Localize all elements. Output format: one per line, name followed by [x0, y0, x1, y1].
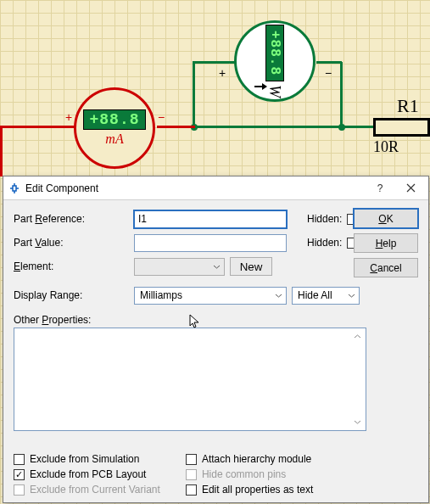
ammeter[interactable]: +88.8 mA — [74, 87, 155, 169]
attach-hierarchy-option[interactable]: Attach hierarchy module — [186, 453, 313, 465]
dialog-title: Edit Component — [25, 182, 362, 194]
edit-component-dialog: Edit Component ? OK Help Cancel Part Ref… — [3, 176, 429, 503]
wattmeter-plus: + — [219, 66, 226, 80]
new-element-button[interactable]: New — [230, 257, 272, 276]
dialog-titlebar[interactable]: Edit Component ? — [3, 176, 428, 200]
wire — [193, 61, 235, 64]
chevron-up-icon — [354, 333, 361, 340]
part-value-label: Part Value: — [14, 237, 134, 249]
display-range-value: Milliamps — [140, 289, 182, 301]
help-button[interactable]: ? — [367, 179, 393, 198]
chevron-down-icon — [354, 418, 361, 426]
chevron-down-icon — [213, 263, 221, 271]
resistor-ref: R1 — [397, 95, 419, 117]
exclude-pcb-option[interactable]: Exclude from PCB Layout — [14, 468, 160, 480]
wire — [316, 61, 342, 64]
component-icon — [8, 182, 20, 194]
ammeter-plus: + — [65, 110, 72, 124]
hidden-label: Hidden: — [307, 213, 342, 225]
cancel-button[interactable]: Cancel — [354, 258, 418, 277]
wattmeter-unit: W — [265, 85, 283, 98]
chevron-down-icon — [348, 292, 355, 300]
ammeter-minus: − — [158, 110, 165, 124]
close-icon — [406, 183, 416, 193]
scroll-down-button[interactable] — [350, 415, 365, 429]
wire — [0, 126, 3, 176]
element-label: Element: — [14, 260, 134, 272]
element-combo[interactable] — [134, 258, 225, 276]
resistor-value: 10R — [373, 138, 399, 156]
ammeter-reading: +88.8 — [83, 109, 145, 130]
wire — [193, 63, 195, 127]
help-push-button[interactable]: Help — [354, 233, 418, 253]
scroll-up-button[interactable] — [350, 329, 365, 344]
wattmeter-minus: − — [325, 66, 332, 80]
wire — [157, 126, 195, 128]
help-icon: ? — [377, 182, 383, 194]
wire — [340, 62, 343, 127]
chevron-down-icon — [275, 292, 282, 300]
ammeter-unit: mA — [105, 132, 123, 147]
hidden-label: Hidden: — [307, 237, 342, 249]
close-button[interactable] — [398, 179, 423, 198]
wattmeter-reading: +88.8 — [265, 25, 284, 81]
wire — [0, 126, 76, 128]
part-reference-label: Part Reference: — [14, 213, 134, 225]
part-value-input[interactable] — [134, 234, 287, 252]
junction-node — [338, 124, 345, 131]
other-properties-textarea[interactable] — [14, 328, 366, 431]
hide-combo-value: Hide All — [298, 289, 332, 301]
display-range-combo[interactable]: Milliamps — [134, 287, 287, 305]
ok-button[interactable]: OK — [354, 209, 418, 228]
hide-combo[interactable]: Hide All — [292, 287, 360, 305]
hide-common-pins-option: Hide common pins — [186, 468, 313, 480]
direction-arrow — [254, 86, 266, 87]
wattmeter[interactable]: +88.8 W — [234, 20, 316, 102]
edit-all-text-option[interactable]: Edit all properties as text — [186, 484, 313, 496]
exclude-simulation-option[interactable]: Exclude from Simulation — [14, 453, 160, 465]
part-reference-input[interactable] — [134, 210, 287, 228]
display-range-label: Display Range: — [14, 289, 134, 301]
other-properties-label: Other Properties: — [14, 314, 91, 326]
exclude-variant-option: Exclude from Current Variant — [14, 484, 160, 496]
resistor-body[interactable] — [373, 118, 430, 137]
